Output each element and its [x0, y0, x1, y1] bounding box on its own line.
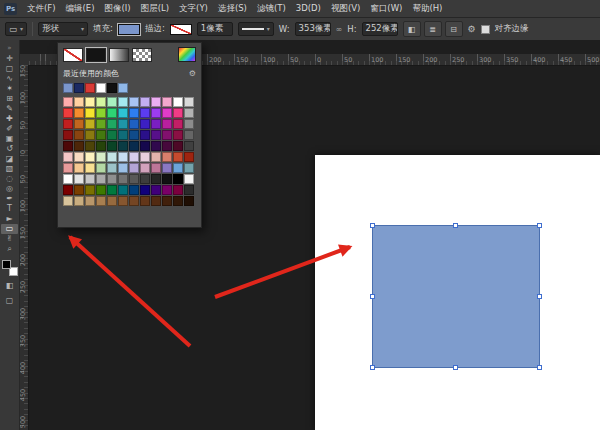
color-swatch[interactable] — [129, 174, 139, 184]
menu-item[interactable]: 帮助(H) — [407, 0, 447, 17]
panel-gear-icon[interactable]: ⚙ — [189, 69, 196, 78]
move-tool[interactable]: ✛ — [1, 54, 18, 64]
color-swatch[interactable] — [96, 152, 106, 162]
brush-tool[interactable]: ✐ — [1, 124, 18, 134]
color-swatch[interactable] — [162, 130, 172, 140]
color-swatch[interactable] — [85, 108, 95, 118]
color-swatch[interactable] — [63, 174, 73, 184]
color-swatch[interactable] — [85, 174, 95, 184]
color-swatch[interactable] — [184, 196, 194, 206]
fill-gradient-button[interactable] — [109, 48, 129, 62]
tool-mode-select[interactable]: 形状 ▾ — [38, 22, 88, 36]
color-swatch[interactable] — [129, 97, 139, 107]
color-swatch[interactable] — [85, 119, 95, 129]
rectangle-shape[interactable] — [372, 225, 540, 368]
color-swatch[interactable] — [118, 185, 128, 195]
color-swatch[interactable] — [96, 185, 106, 195]
eyedropper-tool[interactable]: ✎ — [1, 104, 18, 114]
zoom-tool[interactable]: ⌕ — [1, 244, 18, 254]
color-swatch[interactable] — [140, 130, 150, 140]
color-swatch[interactable] — [96, 97, 106, 107]
color-swatch[interactable] — [118, 196, 128, 206]
path-selection-tool[interactable]: ► — [1, 214, 18, 224]
color-swatch[interactable] — [63, 97, 73, 107]
color-swatch[interactable] — [140, 119, 150, 129]
color-swatch[interactable] — [184, 152, 194, 162]
color-swatch[interactable] — [162, 119, 172, 129]
color-swatch[interactable] — [107, 97, 117, 107]
recent-color-swatch[interactable] — [85, 83, 95, 93]
color-swatch[interactable] — [140, 174, 150, 184]
color-swatch[interactable] — [74, 97, 84, 107]
color-swatch[interactable] — [184, 163, 194, 173]
healing-brush-tool[interactable]: ✚ — [1, 114, 18, 124]
color-swatch[interactable] — [151, 174, 161, 184]
color-picker-button[interactable] — [178, 47, 196, 62]
fill-color-swatch[interactable] — [118, 24, 140, 35]
color-swatch[interactable] — [118, 163, 128, 173]
toolbar-collapse-icon[interactable]: » — [7, 42, 11, 54]
color-swatch[interactable] — [162, 174, 172, 184]
blur-tool[interactable]: ◌ — [1, 174, 18, 184]
menu-item[interactable]: 文字(Y) — [174, 0, 213, 17]
color-swatch[interactable] — [151, 119, 161, 129]
vertical-ruler[interactable]: 15010050050100150200250300350400450500 — [19, 65, 29, 430]
color-swatch[interactable] — [74, 119, 84, 129]
color-swatch[interactable] — [184, 97, 194, 107]
color-swatch[interactable] — [173, 119, 183, 129]
path-operations-button[interactable]: ◧ — [403, 21, 421, 37]
transform-handle-w[interactable] — [370, 294, 375, 299]
color-swatch[interactable] — [140, 141, 150, 151]
color-swatch[interactable] — [74, 141, 84, 151]
color-swatch[interactable] — [129, 130, 139, 140]
dodge-tool[interactable]: ◎ — [1, 184, 18, 194]
color-swatch[interactable] — [107, 119, 117, 129]
stroke-width-field[interactable]: 1像素 — [197, 22, 233, 36]
color-swatch[interactable] — [85, 130, 95, 140]
hand-tool[interactable]: ✌ — [1, 234, 18, 244]
color-swatch[interactable] — [118, 152, 128, 162]
color-swatch[interactable] — [118, 119, 128, 129]
recent-color-swatch[interactable] — [107, 83, 117, 93]
color-swatch[interactable] — [74, 108, 84, 118]
color-swatch[interactable] — [151, 185, 161, 195]
color-swatch[interactable] — [107, 174, 117, 184]
color-swatch[interactable] — [63, 141, 73, 151]
transform-handle-sw[interactable] — [370, 365, 375, 370]
color-swatch[interactable] — [162, 108, 172, 118]
color-swatch[interactable] — [129, 119, 139, 129]
stroke-color-swatch[interactable] — [170, 24, 192, 35]
color-swatch[interactable] — [129, 141, 139, 151]
pen-tool[interactable]: ✒ — [1, 194, 18, 204]
color-swatch[interactable] — [107, 108, 117, 118]
color-swatch[interactable] — [107, 152, 117, 162]
color-swatch[interactable] — [129, 152, 139, 162]
color-swatch[interactable] — [74, 152, 84, 162]
color-swatch[interactable] — [118, 108, 128, 118]
color-swatch[interactable] — [140, 108, 150, 118]
menu-item[interactable]: 编辑(E) — [61, 0, 100, 17]
menu-item[interactable]: 文件(F) — [22, 0, 61, 17]
menu-item[interactable]: 选择(S) — [213, 0, 252, 17]
color-swatch[interactable] — [96, 196, 106, 206]
history-brush-tool[interactable]: ↺ — [1, 144, 18, 154]
color-swatch[interactable] — [118, 97, 128, 107]
color-swatch[interactable] — [107, 196, 117, 206]
color-swatch[interactable] — [74, 196, 84, 206]
color-swatch[interactable] — [151, 97, 161, 107]
color-swatch[interactable] — [85, 97, 95, 107]
shape-settings-gear-icon[interactable]: ⚙ — [468, 24, 476, 34]
color-swatch[interactable] — [85, 152, 95, 162]
color-swatch[interactable] — [162, 185, 172, 195]
color-swatch[interactable] — [63, 163, 73, 173]
menu-item[interactable]: 3D(D) — [291, 0, 326, 17]
menu-item[interactable]: 图层(L) — [136, 0, 174, 17]
transform-handle-ne[interactable] — [537, 223, 542, 228]
color-swatch[interactable] — [85, 141, 95, 151]
recent-color-swatch[interactable] — [118, 83, 128, 93]
menu-item[interactable]: 图像(I) — [100, 0, 136, 17]
color-swatch[interactable] — [107, 163, 117, 173]
stroke-style-select[interactable]: ▾ — [238, 22, 274, 36]
color-swatch[interactable] — [173, 174, 183, 184]
color-swatch[interactable] — [129, 163, 139, 173]
